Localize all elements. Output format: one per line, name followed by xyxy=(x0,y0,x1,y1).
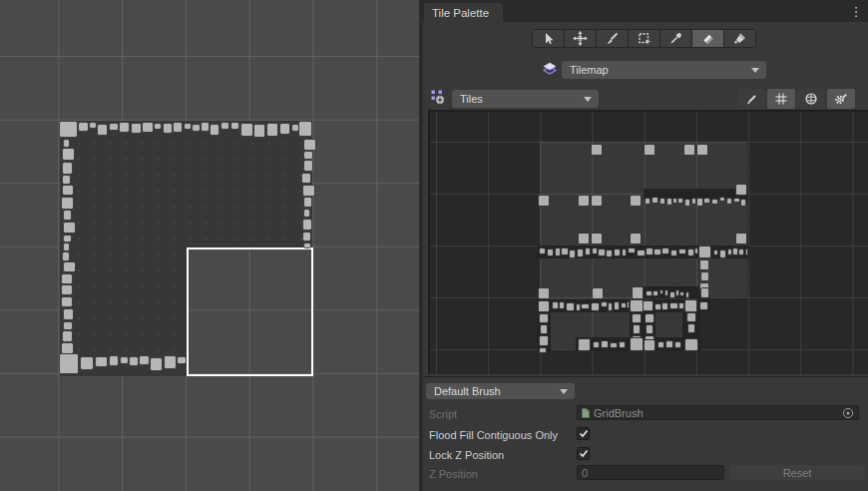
palette-tile[interactable] xyxy=(651,197,658,204)
palette-tile[interactable] xyxy=(657,341,664,348)
palette-tile[interactable] xyxy=(670,249,677,256)
palette-tile[interactable] xyxy=(581,303,590,309)
palette-tile[interactable] xyxy=(561,247,569,255)
palette-tile[interactable] xyxy=(566,302,575,311)
move-tool-button[interactable] xyxy=(564,29,597,48)
palette-tile[interactable] xyxy=(733,198,740,203)
palette-tile[interactable] xyxy=(684,299,697,312)
palette-tile[interactable] xyxy=(719,249,726,258)
palette-tile[interactable] xyxy=(713,249,718,255)
palette-tile[interactable] xyxy=(632,286,644,299)
palette-tile[interactable] xyxy=(678,302,684,309)
palette-tile[interactable] xyxy=(630,233,642,245)
lock-z-checkbox[interactable] xyxy=(577,447,590,460)
palette-tile[interactable] xyxy=(591,302,600,311)
palette-tile[interactable] xyxy=(687,248,694,256)
palette-tile[interactable] xyxy=(645,313,654,323)
palette-tile[interactable] xyxy=(726,198,732,205)
palette-tile[interactable] xyxy=(696,198,703,207)
select-tool-button[interactable] xyxy=(532,29,565,48)
palette-tile[interactable] xyxy=(684,199,690,207)
palette-tile[interactable] xyxy=(585,247,591,255)
palette-tile[interactable] xyxy=(646,247,653,255)
grid-toggle-button[interactable] xyxy=(767,89,795,109)
palette-tile[interactable] xyxy=(684,338,698,351)
palette-tile[interactable] xyxy=(608,302,613,311)
palette-tile[interactable] xyxy=(665,340,673,348)
palette-tile[interactable] xyxy=(654,303,661,310)
gear-edit-button[interactable] xyxy=(827,89,855,109)
palette-tile[interactable] xyxy=(669,302,678,309)
palette-tile[interactable] xyxy=(643,300,653,311)
palette-tile[interactable] xyxy=(686,312,696,322)
palette-tile[interactable] xyxy=(628,247,636,253)
palette-tile[interactable] xyxy=(578,233,590,245)
reset-button[interactable]: Reset xyxy=(729,465,865,480)
palette-tile[interactable] xyxy=(598,248,606,256)
palette-tile[interactable] xyxy=(538,300,550,312)
palette-tile[interactable] xyxy=(569,249,576,258)
palette-tile[interactable] xyxy=(645,198,651,205)
palette-tile[interactable] xyxy=(644,339,655,351)
palette-tile[interactable] xyxy=(614,301,620,310)
palette-tile[interactable] xyxy=(696,144,708,156)
palette-tile[interactable] xyxy=(619,341,626,348)
palette-tile[interactable] xyxy=(745,248,748,255)
palette-dropdown[interactable]: Tiles xyxy=(452,90,599,108)
palette-tile[interactable] xyxy=(687,323,695,333)
palette-tile[interactable] xyxy=(627,301,630,308)
palette-tile[interactable] xyxy=(552,301,559,309)
eraser-tool-button[interactable] xyxy=(691,29,724,48)
palette-tile[interactable] xyxy=(735,233,747,245)
palette-tile[interactable] xyxy=(661,247,669,254)
palette-tile[interactable] xyxy=(538,287,550,299)
palette-tile[interactable] xyxy=(592,287,604,299)
palette-tile[interactable] xyxy=(644,144,655,156)
palette-tile[interactable] xyxy=(539,335,549,346)
palette-tile[interactable] xyxy=(700,271,709,281)
palette-tile[interactable] xyxy=(577,248,584,257)
palette-tile[interactable] xyxy=(632,313,642,323)
palette-tile[interactable] xyxy=(547,248,554,256)
palette-tile[interactable] xyxy=(646,324,653,334)
palette-tile[interactable] xyxy=(719,197,725,202)
brush-dropdown[interactable]: Default Brush xyxy=(426,383,575,399)
palette-tile[interactable] xyxy=(653,248,661,255)
palette-tile[interactable] xyxy=(738,248,744,255)
palette-tile[interactable] xyxy=(610,342,618,348)
palette-tile[interactable] xyxy=(661,302,668,310)
palette-tile[interactable] xyxy=(630,299,644,312)
palette-tile[interactable] xyxy=(591,233,603,245)
palette-tile[interactable] xyxy=(740,199,746,207)
palette-tile[interactable] xyxy=(601,301,608,307)
palette-tile[interactable] xyxy=(652,290,658,296)
palette-tile[interactable] xyxy=(578,195,590,207)
palette-tile[interactable] xyxy=(674,341,681,348)
box-fill-tool-button[interactable] xyxy=(628,29,660,48)
palette-tile[interactable] xyxy=(614,248,621,256)
palette-tile[interactable] xyxy=(711,199,718,205)
palette-view[interactable] xyxy=(428,110,868,374)
tab-tile-palette[interactable]: Tile Palette xyxy=(424,3,503,22)
scene-view[interactable] xyxy=(0,0,423,491)
tilemap-dropdown[interactable]: Tilemap xyxy=(562,61,766,79)
edit-palette-button[interactable] xyxy=(737,89,765,109)
palette-tile[interactable] xyxy=(630,195,642,207)
palette-tile[interactable] xyxy=(539,347,547,353)
palette-tile[interactable] xyxy=(678,248,686,254)
palette-tile[interactable] xyxy=(683,144,695,156)
palette-tile[interactable] xyxy=(578,338,591,351)
paint-tool-button[interactable] xyxy=(596,29,629,48)
palette-tile[interactable] xyxy=(646,290,652,296)
palette-tile[interactable] xyxy=(601,340,609,348)
palette-tile[interactable] xyxy=(677,198,683,204)
palette-tile[interactable] xyxy=(700,287,709,298)
palette-tile[interactable] xyxy=(637,249,646,256)
palette-tile[interactable] xyxy=(540,324,548,334)
palette-tile[interactable] xyxy=(679,291,684,296)
palette-tile[interactable] xyxy=(735,184,747,196)
palette-tile[interactable] xyxy=(659,289,663,294)
palette-tile[interactable] xyxy=(591,144,603,156)
palette-tile[interactable] xyxy=(659,198,665,205)
palette-tile[interactable] xyxy=(633,324,641,334)
